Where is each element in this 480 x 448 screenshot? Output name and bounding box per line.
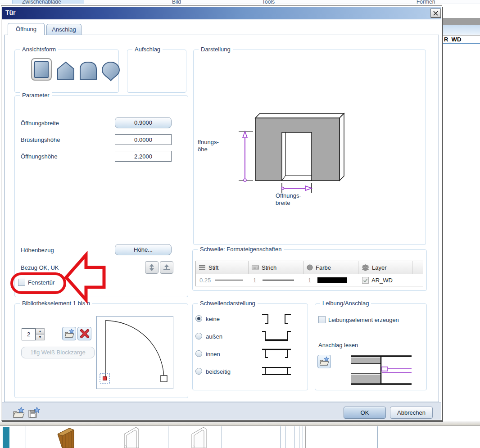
radio-keine[interactable] (195, 315, 202, 322)
radio-aussen[interactable] (195, 333, 202, 339)
door-thumbnail-white-1[interactable] (121, 426, 144, 448)
palette-separator (303, 426, 303, 448)
column-header-farbe[interactable]: Farbe (303, 261, 358, 274)
pen-cell[interactable]: 0.25 (196, 274, 249, 286)
shape-pentagon-icon[interactable] (56, 61, 76, 81)
delete-x-icon (80, 329, 90, 339)
group-title: Aufschlag (132, 46, 163, 53)
background-toolbar-gray (443, 18, 480, 25)
field-label-bruestungshoehe: Brüstungshöhe (21, 136, 60, 143)
oeffnungsbreite-value-button[interactable]: 0.9000 (115, 117, 172, 128)
door-thumbnail-wood[interactable] (50, 426, 78, 448)
save-favorite-button[interactable] (27, 407, 40, 419)
column-label: Stift (208, 264, 218, 271)
oeffnungshoehe-input[interactable]: 2.2000 (115, 151, 172, 162)
tab-anschlag[interactable]: Anschlag (46, 24, 82, 35)
shape-rectangle-icon[interactable] (34, 61, 49, 78)
close-button[interactable] (430, 9, 441, 18)
anschlag-lesen-label: Anschlag lesen (318, 342, 358, 348)
pen-line-preview (215, 280, 243, 281)
layer-cell[interactable]: AR_WD (358, 274, 423, 286)
radio-beidseitig[interactable] (195, 368, 202, 375)
column-header-stift[interactable]: Stift (196, 261, 249, 274)
element-count-input[interactable]: 2 (22, 328, 36, 340)
ribbon-tab-tools[interactable]: Tools (262, 0, 275, 4)
pen-value: 0.25 (199, 277, 211, 284)
cancel-button[interactable]: Abbrechen (390, 407, 433, 419)
radio-label-beidseitig: beidseitig (206, 368, 231, 375)
dim-height-label-line2: öhe (198, 146, 208, 153)
anschlag-lesen-button[interactable] (317, 355, 331, 368)
palette-accent-bar (3, 427, 9, 448)
color-value: 1 (308, 277, 311, 284)
palette-separator (294, 426, 294, 448)
ribbon-tab-bild[interactable]: Bild (172, 0, 181, 4)
door-thumbnail-white-2[interactable] (188, 426, 212, 448)
dim-height-label-line1: ffnungs- (198, 139, 219, 145)
anschlag-plan-diagram (351, 355, 412, 386)
color-cell[interactable]: 1 (303, 274, 358, 286)
count-down-button[interactable]: ▼ (36, 334, 45, 340)
bezug-ok-uk-label: Bezug OK, UK (21, 264, 59, 271)
group-ansichtsform: Ansichtsform (14, 50, 119, 93)
layer-checkbox-checked[interactable] (362, 277, 369, 284)
ok-button[interactable]: OK (344, 407, 386, 419)
bruestungshoehe-input[interactable]: 0.0000 (115, 134, 172, 145)
palette-separator (26, 426, 26, 448)
column-label: Farbe (316, 264, 331, 271)
column-header-filler (412, 261, 423, 274)
column-header-layer[interactable]: Layer (358, 261, 412, 274)
bezug-top-reference-button[interactable] (160, 261, 173, 274)
door-swing-preview[interactable] (96, 316, 173, 389)
palette-top-bar (0, 421, 480, 426)
sill-diagram-keine (261, 313, 293, 325)
delete-element-button[interactable] (77, 327, 91, 340)
radio-innen[interactable] (195, 350, 202, 357)
dim-width-label-line1: Öffnungs- (276, 192, 301, 199)
group-title: Schwelle: Formateigenschaften (198, 246, 284, 253)
background-layer-label: R_WD (443, 35, 480, 44)
palette-separator-thick (305, 426, 306, 448)
format-properties-table: Stift Strich Farbe (195, 261, 423, 286)
open-library-button[interactable] (62, 327, 76, 340)
screen: Zwischenablage Bild Tools Formen R_WD (0, 0, 480, 448)
load-favorite-button[interactable] (12, 407, 25, 419)
tab-oeffnung[interactable]: Öffnung (8, 23, 45, 35)
group-title: Darstellung (199, 46, 233, 53)
shape-drop-icon[interactable] (101, 61, 121, 81)
arrow-to-line-icon (163, 263, 171, 272)
move-handle-icon (100, 374, 109, 383)
library-element-name-button[interactable]: 1flg Weiß Blockzarge (21, 347, 95, 358)
up-down-arrows-icon (148, 263, 156, 272)
column-header-strich[interactable]: Strich (249, 261, 303, 274)
bezug-updown-button[interactable] (145, 261, 158, 274)
check-icon (362, 277, 368, 283)
dialog-title: Tür (5, 9, 16, 16)
palette-separator (168, 426, 168, 448)
radio-label-aussen: außen (206, 333, 222, 340)
shape-arch-icon[interactable] (79, 61, 99, 81)
tuer-dialog: Tür Öffnung Anschlag Ansichtsform (1, 5, 442, 421)
radio-label-keine: keine (206, 316, 220, 322)
ribbon-tab-zwischenablage[interactable]: Zwischenablage (22, 0, 61, 4)
field-label-oeffnungsbreite: Öffnungsbreite (21, 120, 59, 127)
background-toolbar-blue (443, 25, 480, 35)
leibungselement-checkbox[interactable] (318, 316, 326, 323)
linestyle-value: 1 (253, 277, 256, 284)
hoehe-button[interactable]: Höhe... (115, 244, 172, 255)
sill-diagram-aussen (261, 330, 293, 342)
radio-label-innen: innen (206, 351, 220, 357)
dialog-main-panel: Ansichtsform Aufschlag (4, 35, 439, 402)
dialog-titlebar[interactable]: Tür (2, 7, 441, 19)
wall-opening-diagram (195, 110, 351, 211)
count-up-button[interactable]: ▲ (36, 328, 45, 334)
group-title: Parameter (20, 92, 52, 99)
ribbon-tab-formen[interactable]: Formen (417, 0, 435, 4)
field-label-oeffnungshoehe: Öffnungshöhe (21, 153, 57, 160)
palette-separator (285, 426, 285, 448)
linestyle-cell[interactable]: 1 (249, 274, 303, 286)
hoehenbezug-label: Höhenbezug (21, 247, 54, 253)
annotation-arrow (63, 249, 107, 306)
palette-separator (299, 426, 299, 448)
pen-icon (199, 265, 206, 270)
